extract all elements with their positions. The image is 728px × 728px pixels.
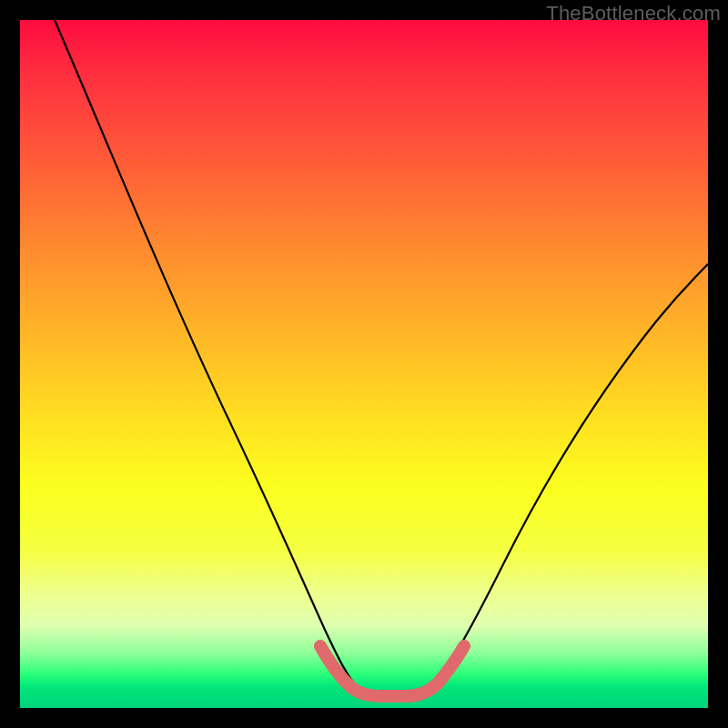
bottleneck-curve-path: [55, 20, 708, 693]
chart-frame: TheBottleneck.com: [0, 0, 728, 728]
watermark-text: TheBottleneck.com: [546, 2, 721, 25]
bottom-highlight-path: [320, 646, 464, 696]
curve-svg: [20, 20, 708, 708]
plot-area: [20, 20, 708, 708]
